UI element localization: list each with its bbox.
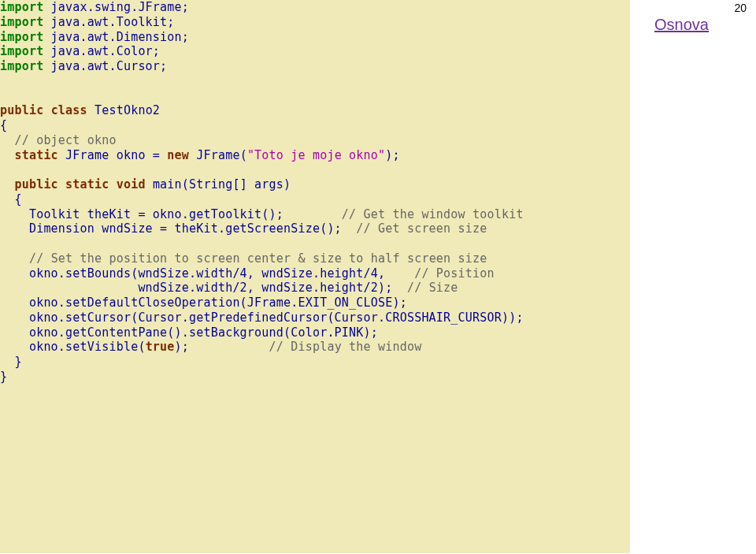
string-literal: "Toto je moje okno" xyxy=(247,148,385,162)
kw-new: new xyxy=(167,148,189,162)
code-text: ); xyxy=(175,340,269,354)
page-number: 20 xyxy=(734,2,747,14)
kw-void: void xyxy=(117,177,146,191)
code-text xyxy=(0,251,29,266)
kw-import: import xyxy=(0,0,43,14)
comment: // Set the position to screen center & s… xyxy=(29,251,487,266)
code-text: Dimension wndSize = theKit.getScreenSize… xyxy=(0,221,356,236)
osnova-link[interactable]: Osnova xyxy=(654,16,709,34)
comment: // Get screen size xyxy=(356,221,487,236)
kw-import: import xyxy=(0,15,43,29)
kw-import: import xyxy=(0,44,43,58)
code-text: java.awt.Cursor; xyxy=(43,59,167,73)
kw-import: import xyxy=(0,30,43,44)
kw-public: public xyxy=(14,177,57,191)
code-text: } xyxy=(0,370,7,384)
code-text xyxy=(58,177,65,191)
code-text: main(String[] args) xyxy=(146,177,291,191)
kw-public: public xyxy=(0,103,43,117)
comment: // Display the window xyxy=(269,340,422,354)
code-text xyxy=(43,103,50,117)
kw-true: true xyxy=(146,340,175,354)
code-text: okno.setCursor(Cursor.getPredefinedCurso… xyxy=(0,310,524,325)
comment: // Size xyxy=(407,281,458,295)
code-text: } xyxy=(0,355,22,369)
code-text: java.awt.Dimension; xyxy=(43,30,189,44)
kw-import: import xyxy=(0,59,43,73)
code-text xyxy=(109,177,116,191)
code-text: wndSize.width/2, wndSize.height/2); xyxy=(0,281,407,295)
code-panel: import javax.swing.JFrame; import java.a… xyxy=(0,0,630,553)
code-text: { xyxy=(0,192,22,206)
code-text: JFrame( xyxy=(189,148,247,162)
comment: // Get the window toolkit xyxy=(342,207,524,221)
kw-class: class xyxy=(51,103,87,117)
code-text: ); xyxy=(385,148,399,162)
comment: // Position xyxy=(414,266,495,281)
code-text: java.awt.Toolkit; xyxy=(43,15,174,29)
code-text: { xyxy=(0,118,7,132)
code-text xyxy=(0,177,14,191)
kw-static: static xyxy=(65,177,109,191)
code-text: okno.setVisible( xyxy=(0,340,146,354)
code-text: JFrame okno = xyxy=(58,148,167,162)
code-text: okno.getContentPane().setBackground(Colo… xyxy=(0,325,378,340)
comment: // object okno xyxy=(14,133,116,147)
code-text: Toolkit theKit = okno.getToolkit(); xyxy=(0,207,342,221)
code-text: okno.setBounds(wndSize.width/4, wndSize.… xyxy=(0,266,414,281)
code-text xyxy=(0,148,14,162)
kw-static: static xyxy=(14,148,57,162)
code-text: okno.setDefaultCloseOperation(JFrame.EXI… xyxy=(0,296,407,310)
code-text xyxy=(0,133,14,147)
code-text: TestOkno2 xyxy=(87,103,160,117)
code-text: java.awt.Color; xyxy=(43,44,160,58)
code-text: javax.swing.JFrame; xyxy=(43,0,189,14)
